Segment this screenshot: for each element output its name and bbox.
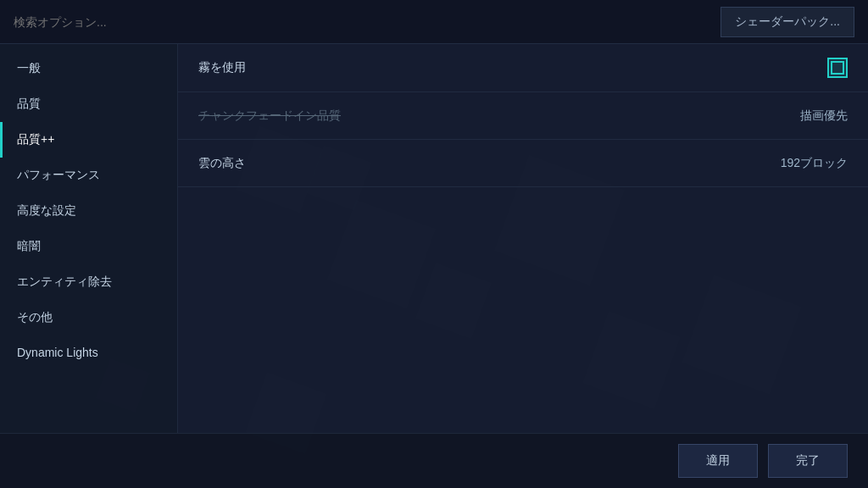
sidebar-item-entity-removal[interactable]: エンティティ除去 [0,264,177,300]
sidebar-item-quality-plus[interactable]: 品質++ [0,122,177,158]
setting-label-cloud-height: 雲の高さ [198,156,246,171]
sidebar-item-performance[interactable]: パフォーマンス [0,158,177,193]
setting-row-chunk-fade: チャンクフェードイン品質描画優先 [178,92,868,140]
apply-button[interactable]: 適用 [678,444,758,478]
sidebar-item-dynamic-lights[interactable]: Dynamic Lights [0,336,177,369]
sidebar-item-advanced[interactable]: 高度な設定 [0,193,177,229]
shader-pack-button[interactable]: シェーダーパック... [721,7,854,37]
setting-value-chunk-fade: 描画優先 [800,108,848,124]
setting-label-chunk-fade: チャンクフェードイン品質 [198,108,341,124]
top-bar: シェーダーパック... [0,0,868,44]
setting-row-fog: 霧を使用 [178,44,868,92]
toggle-inner-fog [831,61,844,75]
setting-row-cloud-height: 雲の高さ192ブロック [178,140,868,187]
sidebar-item-general[interactable]: 一般 [0,51,177,86]
main-content: 一般品質品質++パフォーマンス高度な設定暗闇エンティティ除去その他Dynamic… [0,44,868,433]
sidebar: 一般品質品質++パフォーマンス高度な設定暗闇エンティティ除去その他Dynamic… [0,44,178,433]
search-input[interactable] [14,15,721,29]
done-button[interactable]: 完了 [768,444,848,478]
sidebar-item-darkness[interactable]: 暗闇 [0,229,177,264]
sidebar-item-other[interactable]: その他 [0,300,177,336]
content-panel: 霧を使用チャンクフェードイン品質描画優先雲の高さ192ブロック [178,44,868,433]
setting-value-cloud-height[interactable]: 192ブロック [781,156,848,171]
setting-label-fog: 霧を使用 [198,60,246,75]
bottom-bar: 適用 完了 [0,433,868,488]
sidebar-item-quality[interactable]: 品質 [0,86,177,122]
toggle-fog[interactable] [827,58,848,78]
